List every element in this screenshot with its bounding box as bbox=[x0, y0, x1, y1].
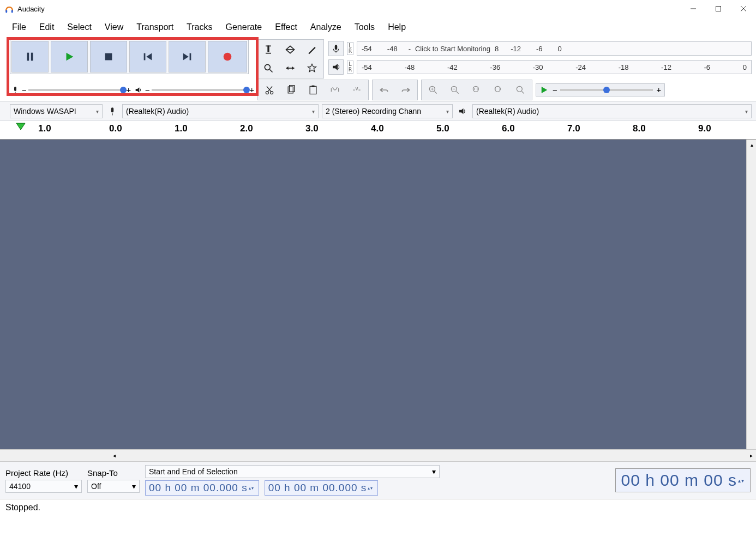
rec-channels-combo[interactable]: 2 (Stereo) Recording Chann▾ bbox=[322, 104, 453, 118]
svg-rect-29 bbox=[310, 86, 316, 94]
playhead-icon[interactable] bbox=[15, 122, 26, 131]
plus-icon: + bbox=[656, 86, 661, 94]
menu-help[interactable]: Help bbox=[382, 20, 411, 34]
scroll-right-icon[interactable]: ▸ bbox=[746, 451, 756, 461]
copy-button[interactable] bbox=[281, 81, 302, 99]
rec-meter-icon[interactable] bbox=[328, 41, 344, 56]
svg-rect-10 bbox=[190, 53, 191, 61]
selection-start-field[interactable]: 00 h 00 m 00.000 s▴▾ bbox=[145, 480, 259, 496]
status-text: Stopped. bbox=[5, 503, 40, 512]
cut-button[interactable] bbox=[259, 81, 280, 99]
selection-tool[interactable] bbox=[258, 41, 279, 58]
snap-to-combo[interactable]: Off▾ bbox=[87, 480, 140, 493]
titlebar: Audacity bbox=[0, 0, 756, 17]
menu-tracks[interactable]: Tracks bbox=[181, 20, 218, 34]
redo-button[interactable] bbox=[395, 81, 416, 99]
undo-button[interactable] bbox=[374, 81, 394, 99]
app-icon bbox=[4, 4, 14, 14]
svg-rect-28 bbox=[290, 86, 295, 92]
envelope-tool[interactable] bbox=[280, 41, 301, 58]
vertical-scrollbar[interactable]: ▴ bbox=[746, 140, 756, 449]
plus-icon: + bbox=[250, 86, 254, 94]
menu-select[interactable]: Select bbox=[62, 20, 97, 34]
rec-meter[interactable]: -54 -48 - Click to Start Monitoring 8 -1… bbox=[357, 41, 752, 56]
pause-button[interactable] bbox=[11, 41, 49, 73]
svg-rect-27 bbox=[288, 87, 293, 93]
silence-button[interactable] bbox=[346, 81, 367, 99]
zoom-in-button[interactable] bbox=[423, 81, 443, 99]
timeshift-tool[interactable] bbox=[280, 59, 301, 77]
maximize-button[interactable] bbox=[706, 0, 731, 17]
horizontal-scrollbar[interactable]: ◂ ▸ bbox=[0, 449, 756, 461]
menu-file[interactable]: File bbox=[7, 20, 32, 34]
fit-selection-button[interactable] bbox=[466, 81, 487, 99]
selection-mode-combo[interactable]: Start and End of Selection▾ bbox=[145, 465, 440, 478]
window-title: Audacity bbox=[17, 5, 45, 13]
scroll-up-icon[interactable]: ▴ bbox=[747, 140, 756, 149]
svg-rect-0 bbox=[5, 10, 7, 13]
multi-tool[interactable] bbox=[302, 59, 322, 77]
skip-start-button[interactable] bbox=[129, 41, 166, 73]
svg-rect-12 bbox=[267, 46, 269, 52]
menu-analyze[interactable]: Analyze bbox=[305, 20, 347, 34]
paste-button[interactable] bbox=[303, 81, 323, 99]
svg-point-11 bbox=[224, 53, 232, 61]
plus-icon: + bbox=[127, 86, 131, 94]
selection-toolbar: Project Rate (Hz) 44100▾ Snap-To Off▾ St… bbox=[0, 461, 756, 499]
track-area[interactable]: ▴ bbox=[0, 140, 756, 449]
svg-rect-42 bbox=[111, 107, 114, 112]
svg-line-32 bbox=[435, 92, 437, 94]
stop-button[interactable] bbox=[90, 41, 127, 73]
menu-edit[interactable]: Edit bbox=[34, 20, 60, 34]
svg-rect-19 bbox=[335, 45, 338, 50]
minus-icon: − bbox=[553, 86, 557, 94]
zoom-toggle-button[interactable] bbox=[510, 81, 531, 99]
timeline-ruler[interactable]: 1.0 0.0 1.0 2.0 3.0 4.0 5.0 6.0 7.0 8.0 … bbox=[0, 121, 756, 140]
draw-tool[interactable] bbox=[302, 41, 322, 58]
svg-rect-14 bbox=[266, 53, 271, 54]
play-meter-icon[interactable] bbox=[328, 59, 344, 75]
svg-rect-9 bbox=[144, 53, 146, 61]
svg-line-26 bbox=[267, 86, 271, 92]
project-rate-label: Project Rate (Hz) bbox=[5, 468, 82, 478]
skip-end-button[interactable] bbox=[169, 41, 206, 73]
minimize-button[interactable] bbox=[681, 0, 706, 17]
menu-view[interactable]: View bbox=[99, 20, 129, 34]
mic-icon bbox=[106, 105, 119, 118]
record-button[interactable] bbox=[208, 41, 247, 73]
close-button[interactable] bbox=[731, 0, 756, 17]
rec-device-combo[interactable]: (Realtek(R) Audio)▾ bbox=[122, 104, 319, 118]
selection-end-field[interactable]: 00 h 00 m 00.000 s▴▾ bbox=[265, 480, 379, 496]
audio-host-combo[interactable]: Windows WASAPI▾ bbox=[10, 104, 103, 118]
menu-effect[interactable]: Effect bbox=[269, 20, 303, 34]
svg-point-23 bbox=[266, 92, 268, 94]
trim-button[interactable] bbox=[325, 81, 345, 99]
svg-line-17 bbox=[270, 70, 273, 73]
audio-position-field[interactable]: 00 h 00 m 00 s▴▾ bbox=[615, 468, 751, 492]
zoom-tool[interactable] bbox=[258, 59, 279, 77]
svg-rect-30 bbox=[312, 86, 315, 87]
svg-rect-21 bbox=[14, 87, 16, 91]
rec-volume-slider[interactable] bbox=[28, 89, 124, 91]
zoom-out-button[interactable] bbox=[445, 81, 465, 99]
speed-slider[interactable] bbox=[560, 89, 653, 91]
transport-toolbar bbox=[10, 39, 249, 74]
svg-rect-6 bbox=[27, 53, 29, 61]
play-button[interactable] bbox=[51, 41, 88, 73]
minus-icon: − bbox=[145, 86, 149, 94]
device-toolbar: Windows WASAPI▾ (Realtek(R) Audio)▾ 2 (S… bbox=[0, 101, 756, 121]
menu-generate[interactable]: Generate bbox=[220, 20, 268, 34]
play-device-combo[interactable]: (Realtek(R) Audio)▾ bbox=[472, 104, 752, 118]
play-speed-icon[interactable] bbox=[539, 85, 549, 95]
fit-project-button[interactable] bbox=[488, 81, 509, 99]
menu-transport[interactable]: Transport bbox=[131, 20, 179, 34]
svg-rect-7 bbox=[31, 53, 33, 61]
play-volume-slider[interactable] bbox=[152, 89, 247, 91]
project-rate-combo[interactable]: 44100▾ bbox=[5, 480, 82, 493]
play-meter[interactable]: -54 -48 -42 -36 -30 -24 -18 -12 -6 0 bbox=[357, 60, 752, 74]
scroll-left-icon[interactable]: ◂ bbox=[109, 451, 119, 461]
menu-tools[interactable]: Tools bbox=[349, 20, 380, 34]
rec-meter-lr: L R bbox=[347, 42, 353, 55]
svg-rect-1 bbox=[11, 10, 13, 13]
rec-volume-slider-group: − + bbox=[11, 86, 131, 94]
